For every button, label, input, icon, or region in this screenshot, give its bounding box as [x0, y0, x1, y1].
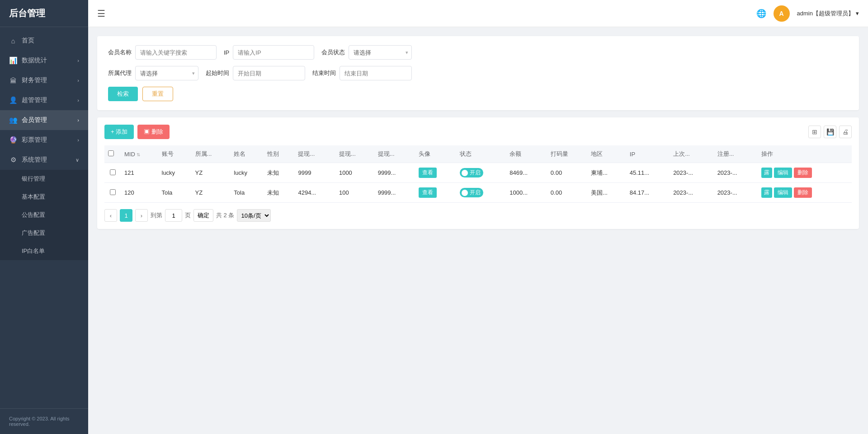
avatar-view-button[interactable]: 查看	[419, 168, 437, 178]
home-icon: ⌂	[9, 37, 17, 45]
start-date-input[interactable]	[233, 66, 305, 80]
cell-ip: 84.17...	[626, 183, 670, 203]
search-panel: 会员名称 IP 会员状态 请选择 开启 关闭	[97, 36, 859, 110]
table-row: 121 lucky YZ lucky 未知 9999 1000 9999... …	[104, 163, 852, 183]
sidebar-item-basic-config[interactable]: 基本配置	[0, 188, 88, 206]
sidebar-item-data-stats[interactable]: 📊 数据统计 ›	[0, 51, 88, 70]
logo-text: 后台管理	[9, 7, 45, 19]
page-size-select[interactable]: 10条/页 20条/页 50条/页	[237, 209, 271, 222]
cell-account: lucky	[158, 163, 192, 183]
sidebar: 后台管理 ⌂ 首页 📊 数据统计 › 🏛 财务管理 › 👤 超管管理 › 👥 会…	[0, 0, 88, 434]
op-cell: 露 编辑 删除	[761, 168, 848, 178]
op-delete-button[interactable]: 删除	[794, 187, 812, 198]
print-button[interactable]: 🖨	[839, 126, 852, 138]
sidebar-item-lottery[interactable]: 🔮 彩票管理 ›	[0, 130, 88, 150]
row-checkbox[interactable]	[110, 189, 116, 195]
col-withdraw1: 提现...	[294, 145, 335, 163]
row-checkbox[interactable]	[110, 169, 116, 175]
sidebar-item-label: 首页	[22, 37, 34, 45]
status-toggle[interactable]: 开启	[460, 188, 483, 197]
globe-icon[interactable]: 🌐	[756, 9, 766, 19]
cell-balance: 8469...	[506, 163, 547, 183]
avatar-view-button[interactable]: 查看	[419, 187, 437, 198]
sidebar-item-super-admin[interactable]: 👤 超管管理 ›	[0, 90, 88, 110]
cell-status: 开启	[456, 163, 506, 183]
affiliate-select[interactable]: 请选择	[135, 66, 198, 80]
goto-page-input[interactable]	[165, 209, 182, 222]
cell-name: Tola	[230, 183, 264, 203]
sidebar-item-ad-config[interactable]: 广告配置	[0, 224, 88, 242]
col-affiliate: 所属...	[192, 145, 231, 163]
end-date-input[interactable]	[340, 66, 412, 80]
sidebar-item-ip-whitelist[interactable]: IP白名单	[0, 242, 88, 260]
column-settings-button[interactable]: ⊞	[808, 126, 821, 138]
op-sq-button[interactable]: 露	[761, 168, 772, 178]
footer-text: Copyright © 2023. All rights reserved.	[9, 416, 69, 427]
ip-search-item: IP	[224, 45, 314, 60]
export-button[interactable]: 💾	[824, 126, 836, 138]
cell-affiliate: YZ	[192, 183, 231, 203]
col-register: 注册...	[714, 145, 758, 163]
sidebar-sub-label: 基本配置	[22, 193, 45, 201]
end-time-label: 结束时间	[312, 69, 336, 77]
row-checkbox-cell[interactable]	[104, 163, 121, 183]
sort-icon[interactable]: ⇅	[137, 152, 140, 157]
sidebar-item-member[interactable]: 👥 会员管理 ›	[0, 110, 88, 130]
batch-delete-button[interactable]: ▣ 删除	[137, 125, 170, 139]
page-1-button[interactable]: 1	[120, 209, 132, 222]
cell-region: 柬埔...	[587, 163, 626, 183]
search-row-1: 会员名称 IP 会员状态 请选择 开启 关闭	[108, 45, 848, 60]
search-button[interactable]: 检索	[108, 87, 138, 101]
sidebar-item-label: 会员管理	[22, 116, 47, 124]
select-all-header[interactable]	[104, 145, 121, 163]
cell-withdraw3: 9999...	[374, 163, 415, 183]
chevron-right-icon: ›	[77, 137, 79, 143]
sidebar-item-home[interactable]: ⌂ 首页	[0, 31, 88, 51]
next-page-button[interactable]: ›	[135, 209, 148, 222]
sidebar-item-finance[interactable]: 🏛 财务管理 ›	[0, 70, 88, 90]
sidebar-item-bank[interactable]: 银行管理	[0, 170, 88, 188]
table-row: 120 Tola YZ Tola 未知 4294... 100 9999... …	[104, 183, 852, 203]
cell-register: 2023-...	[714, 183, 758, 203]
goto-confirm-button[interactable]: 确定	[193, 209, 213, 222]
member-status-select-wrap: 请选择 开启 关闭	[349, 45, 412, 60]
header: ☰ 🌐 A admin【超级管理员】 ▾	[88, 0, 868, 27]
op-edit-button[interactable]: 编辑	[774, 187, 792, 198]
op-cell: 露 编辑 删除	[761, 187, 848, 198]
op-delete-button[interactable]: 删除	[794, 168, 812, 178]
status-toggle[interactable]: 开启	[460, 168, 483, 177]
table-panel: + 添加 ▣ 删除 ⊞ 💾 🖨 MID⇅ 账号 所属... 姓名 性	[97, 117, 859, 229]
op-edit-button[interactable]: 编辑	[774, 168, 792, 178]
col-code-amount: 打码量	[547, 145, 587, 163]
col-status: 状态	[456, 145, 506, 163]
reset-button[interactable]: 重置	[142, 87, 173, 101]
avatar: A	[774, 5, 790, 22]
cell-region: 美国...	[587, 183, 626, 203]
op-sq-button[interactable]: 露	[761, 187, 772, 198]
row-checkbox-cell[interactable]	[104, 183, 121, 203]
cell-withdraw2: 100	[335, 183, 374, 203]
col-withdraw2: 提现...	[335, 145, 374, 163]
sidebar-item-label: 财务管理	[22, 76, 47, 84]
member-status-select[interactable]: 请选择 开启 关闭	[349, 45, 412, 60]
page-unit: 页	[185, 211, 191, 219]
header-right: 🌐 A admin【超级管理员】 ▾	[756, 5, 859, 22]
user-menu[interactable]: admin【超级管理员】 ▾	[797, 9, 859, 18]
chevron-right-icon: ›	[77, 117, 79, 123]
bank-icon: 🏛	[9, 77, 17, 84]
sidebar-item-system[interactable]: ⚙ 系统管理 ∨	[0, 150, 88, 170]
cell-withdraw1: 9999	[294, 163, 335, 183]
hamburger-button[interactable]: ☰	[97, 8, 105, 19]
ip-input[interactable]	[233, 45, 314, 60]
cell-balance: 1000...	[506, 183, 547, 203]
goto-label: 到第	[151, 211, 162, 219]
lottery-icon: 🔮	[9, 136, 17, 144]
col-account: 账号	[158, 145, 192, 163]
prev-page-button[interactable]: ‹	[104, 209, 117, 222]
col-avatar: 头像	[415, 145, 456, 163]
sidebar-item-notice-config[interactable]: 公告配置	[0, 206, 88, 224]
member-name-input[interactable]	[135, 45, 217, 60]
cell-gender: 未知	[264, 183, 294, 203]
add-button[interactable]: + 添加	[104, 125, 134, 139]
select-all-checkbox[interactable]	[108, 150, 114, 156]
